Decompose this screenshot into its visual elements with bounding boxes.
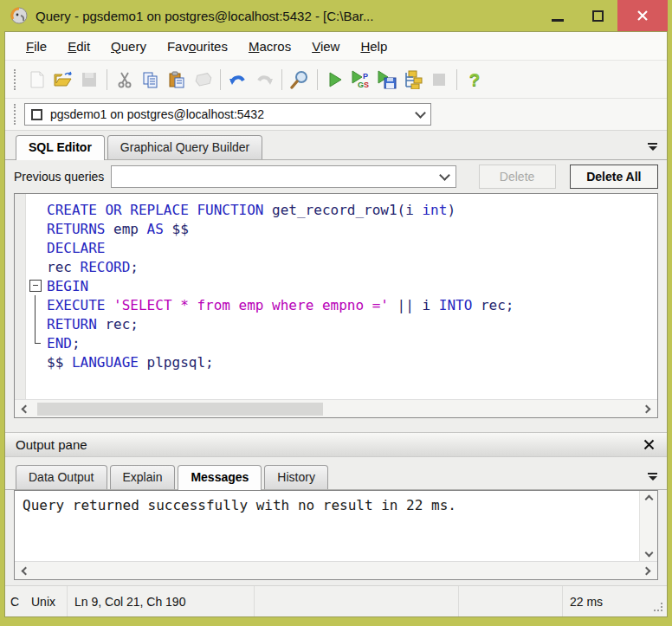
chevron-down-icon[interactable]	[439, 170, 450, 181]
query-client-area: SQL Editor Graphical Query Builder Previ…	[5, 131, 667, 616]
execute-play-icon	[327, 71, 343, 88]
code-line: BEGIN	[26, 276, 657, 295]
sql-editor: CREATE OR REPLACE FUNCTION get_record_ro…	[14, 193, 658, 418]
close-icon	[643, 439, 655, 450]
code-text: RETURNS emp AS $$	[47, 221, 189, 237]
minimize-button[interactable]	[538, 0, 578, 31]
editor-horizontal-scrollbar[interactable]	[15, 399, 657, 417]
tab-history[interactable]: History	[264, 465, 328, 489]
clear-window-button[interactable]	[190, 67, 216, 93]
fold-marker	[26, 333, 47, 352]
tab-explain[interactable]: Explain	[110, 465, 176, 489]
toolbar-separator	[220, 69, 221, 90]
scroll-up-arrow[interactable]	[644, 495, 653, 504]
scroll-down-arrow[interactable]	[644, 549, 653, 558]
toolbar-separator	[317, 69, 318, 90]
messages-horizontal-scrollbar[interactable]	[15, 561, 657, 579]
scroll-right-arrow[interactable]	[638, 562, 657, 579]
explain-query-button[interactable]	[400, 67, 426, 93]
fold-marker[interactable]	[26, 276, 47, 295]
statusbar-duration-cell: 22 ms	[563, 586, 667, 616]
code-text: END;	[47, 335, 81, 352]
statusbar-eol-cell: Unix	[24, 586, 68, 616]
code-line: RETURNS emp AS $$	[26, 219, 657, 238]
execute-query-button[interactable]	[322, 67, 348, 93]
query-tool-window: Query - pgsdemo1 on postgres@localhost:5…	[0, 0, 672, 626]
execute-pgscript-button[interactable]: PGS	[348, 67, 374, 93]
maximize-icon	[592, 10, 604, 22]
fold-margin	[26, 238, 47, 257]
execute-pgscript-icon: PGS	[351, 70, 372, 89]
menu-macros[interactable]: Macros	[238, 34, 301, 59]
scrollbar-thumb[interactable]	[37, 403, 323, 416]
maximize-button[interactable]	[578, 0, 617, 31]
sql-code[interactable]: CREATE OR REPLACE FUNCTION get_record_ro…	[26, 194, 657, 399]
tab-sql-editor[interactable]: SQL Editor	[16, 135, 105, 160]
close-button[interactable]	[617, 0, 668, 31]
copy-button[interactable]	[138, 67, 164, 93]
fold-marker	[26, 314, 47, 333]
open-file-button[interactable]	[50, 67, 76, 93]
code-line: CREATE OR REPLACE FUNCTION get_record_ro…	[26, 200, 657, 219]
menu-file[interactable]: File	[16, 34, 57, 59]
undo-icon	[229, 72, 248, 87]
open-folder-icon	[54, 71, 73, 88]
cancel-query-button[interactable]	[426, 67, 452, 93]
menu-query[interactable]: Query	[100, 34, 157, 59]
save-file-button[interactable]	[76, 67, 102, 93]
svg-text:S: S	[364, 81, 369, 89]
connection-checkbox[interactable]	[31, 109, 42, 120]
find-replace-button[interactable]	[287, 67, 313, 93]
menu-view[interactable]: View	[301, 34, 350, 59]
redo-button[interactable]	[251, 67, 277, 93]
menu-help[interactable]: Help	[350, 34, 397, 59]
tab-data-output[interactable]: Data Output	[16, 465, 107, 489]
delete-button[interactable]: Delete	[479, 165, 556, 189]
redo-icon	[255, 72, 274, 87]
previous-queries-combobox[interactable]	[111, 165, 456, 188]
delete-all-button[interactable]: Delete All	[570, 165, 658, 189]
fold-marker	[26, 295, 47, 314]
connection-toolbar: pgsdemo1 on postgres@localhost:5432	[5, 99, 667, 131]
code-text: CREATE OR REPLACE FUNCTION get_record_ro…	[47, 202, 456, 218]
cut-button[interactable]	[112, 67, 138, 93]
messages-vertical-scrollbar[interactable]	[639, 491, 657, 561]
help-button[interactable]: ?	[462, 67, 488, 93]
resize-grip[interactable]	[654, 603, 662, 611]
tab-list-dropdown-icon[interactable]	[647, 473, 658, 481]
execute-to-file-button[interactable]	[374, 67, 400, 93]
new-file-button[interactable]	[24, 67, 50, 93]
explain-icon	[403, 70, 423, 89]
svg-text:G: G	[358, 81, 364, 89]
copy-icon	[142, 71, 159, 88]
toolbar-grip[interactable]	[14, 69, 17, 90]
tab-messages[interactable]: Messages	[178, 465, 262, 490]
titlebar: Query - pgsdemo1 on postgres@localhost:5…	[4, 0, 668, 31]
undo-button[interactable]	[225, 67, 251, 93]
window-body: File Edit Query Favourites Macros View H…	[4, 31, 668, 617]
scroll-left-arrow[interactable]	[15, 400, 34, 417]
fold-margin	[26, 200, 47, 219]
scissors-icon	[117, 71, 132, 88]
sql-editor-body[interactable]: CREATE OR REPLACE FUNCTION get_record_ro…	[15, 194, 657, 399]
toolbar-grip[interactable]	[14, 104, 17, 125]
chevron-down-icon[interactable]	[415, 107, 426, 119]
magnifier-icon	[290, 70, 309, 89]
menu-favourites[interactable]: Favourites	[157, 34, 238, 59]
tab-graphical-query-builder[interactable]: Graphical Query Builder	[107, 135, 262, 159]
code-line: DECLARE	[26, 238, 657, 257]
scroll-left-arrow[interactable]	[15, 562, 34, 579]
connection-combobox[interactable]: pgsdemo1 on postgres@localhost:5432	[24, 103, 431, 126]
connection-label: pgsdemo1 on postgres@localhost:5432	[50, 107, 264, 121]
previous-queries-row: Previous queries Delete Delete All	[5, 160, 667, 193]
execute-to-file-icon	[377, 70, 397, 89]
paste-button[interactable]	[164, 67, 190, 93]
code-text: RETURN rec;	[47, 316, 139, 332]
pane-splitter[interactable]	[5, 418, 667, 432]
output-pane-close-button[interactable]	[641, 437, 656, 453]
tab-list-dropdown-icon[interactable]	[647, 143, 658, 151]
fold-margin	[26, 219, 47, 238]
code-line: RETURN rec;	[26, 314, 657, 333]
scroll-right-arrow[interactable]	[638, 400, 657, 417]
menu-edit[interactable]: Edit	[57, 34, 100, 59]
